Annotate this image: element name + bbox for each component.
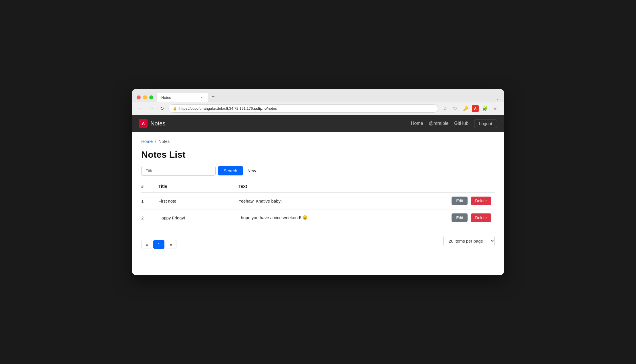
breadcrumb-current: Notes: [158, 139, 170, 144]
search-input[interactable]: [141, 166, 216, 176]
breadcrumb: Home / Notes: [141, 139, 495, 144]
new-note-button[interactable]: New: [245, 166, 259, 175]
cell-actions: Edit Delete: [438, 209, 495, 226]
app-brand-name: Notes: [150, 120, 165, 127]
toolbar-icons: ☆ 🛡 🔑 A 🧩 ≡: [441, 105, 499, 113]
refresh-button[interactable]: ↻: [158, 105, 166, 112]
cell-text: I hope you have a nice weekend! 😊: [238, 209, 438, 226]
menu-icon[interactable]: ≡: [491, 105, 499, 113]
forward-button[interactable]: →: [148, 105, 156, 112]
pocket-icon[interactable]: 🛡: [451, 105, 459, 113]
browser-toolbar: ← → ↻ 🔒 https://bootiful-angular.default…: [132, 102, 504, 115]
col-header-num: #: [141, 181, 158, 192]
pagination-wrapper: « 1 » 20 items per page50 items per page…: [141, 233, 495, 249]
back-button[interactable]: ←: [137, 105, 145, 112]
cell-actions: Edit Delete: [438, 192, 495, 209]
extension-icon[interactable]: A: [472, 105, 479, 112]
angular-logo: A: [139, 119, 148, 128]
table-row: 2 Happy Friday! I hope you have a nice w…: [141, 209, 495, 226]
shield-icon: 🔒: [173, 107, 177, 111]
app-navbar: A Notes Home @mraible GitHub Logout: [132, 115, 504, 132]
active-tab[interactable]: Notes ×: [157, 93, 208, 102]
tab-dropdown-icon[interactable]: ⌄: [496, 96, 499, 101]
tab-close-icon[interactable]: ×: [199, 95, 204, 100]
cell-num: 2: [141, 209, 158, 226]
url-path: /notes: [267, 106, 277, 111]
tab-bar: Notes × + ⌄: [157, 93, 499, 102]
next-page-button[interactable]: »: [166, 240, 176, 249]
url-text: https://bootiful-angular.default.34.72.1…: [179, 106, 434, 111]
delete-button[interactable]: Delete: [471, 213, 491, 222]
logout-button[interactable]: Logout: [474, 119, 497, 128]
cell-title: Happy Friday!: [158, 209, 238, 226]
current-page-button[interactable]: 1: [153, 240, 164, 249]
search-bar: Search New: [141, 166, 495, 176]
password-icon[interactable]: 🔑: [462, 105, 470, 113]
breadcrumb-separator: /: [155, 139, 156, 144]
traffic-lights: [137, 95, 153, 99]
url-domain: sslip.io: [254, 106, 267, 111]
delete-button[interactable]: Delete: [471, 197, 491, 205]
page-title: Notes List: [141, 149, 495, 160]
cell-num: 1: [141, 192, 158, 209]
nav-user-link[interactable]: @mraible: [429, 121, 449, 126]
col-header-actions: [438, 181, 495, 192]
address-bar[interactable]: 🔒 https://bootiful-angular.default.34.72…: [168, 104, 438, 113]
notes-table: # Title Text 1 First note Yeehaw, Knativ…: [141, 181, 495, 226]
cell-text: Yeehaw, Knative baby!: [238, 192, 438, 209]
table-header: # Title Text: [141, 181, 495, 192]
extensions-icon[interactable]: 🧩: [481, 105, 489, 113]
page-content: Home / Notes Notes List Search New # Tit…: [132, 132, 504, 275]
pagination: « 1 »: [141, 240, 176, 249]
cell-title: First note: [158, 192, 238, 209]
search-button[interactable]: Search: [218, 166, 243, 175]
close-button[interactable]: [137, 95, 141, 99]
col-header-title: Title: [158, 181, 238, 192]
edit-button[interactable]: Edit: [452, 213, 468, 222]
col-header-text: Text: [238, 181, 438, 192]
table-body: 1 First note Yeehaw, Knative baby! Edit …: [141, 192, 495, 226]
minimize-button[interactable]: [143, 95, 147, 99]
nav-home-link[interactable]: Home: [411, 121, 423, 126]
prev-page-button[interactable]: «: [141, 240, 152, 249]
breadcrumb-home-link[interactable]: Home: [141, 139, 153, 144]
new-tab-button[interactable]: +: [209, 93, 217, 101]
maximize-button[interactable]: [149, 95, 153, 99]
bookmark-icon[interactable]: ☆: [441, 105, 449, 113]
nav-github-link[interactable]: GitHub: [454, 121, 468, 126]
table-row: 1 First note Yeehaw, Knative baby! Edit …: [141, 192, 495, 209]
app-brand: A Notes: [139, 119, 165, 128]
url-prefix: https://bootiful-angular.default.34.72.1…: [179, 106, 254, 111]
browser-window: Notes × + ⌄ ← → ↻ 🔒 https://bootiful-ang…: [132, 89, 504, 275]
per-page-select[interactable]: 20 items per page50 items per page100 it…: [443, 236, 495, 246]
tab-title: Notes: [161, 95, 171, 100]
edit-button[interactable]: Edit: [452, 197, 468, 205]
app-nav: Home @mraible GitHub Logout: [411, 119, 497, 128]
browser-titlebar: Notes × + ⌄: [132, 89, 504, 102]
